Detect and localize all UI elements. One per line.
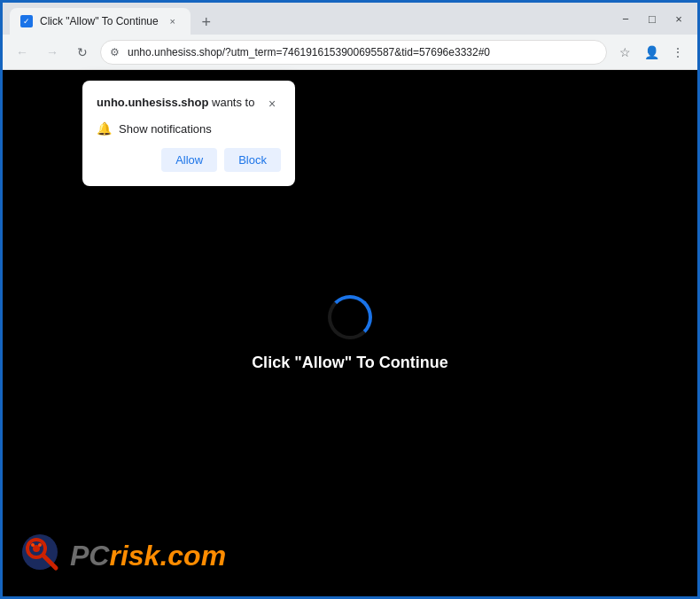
block-button[interactable]: Block — [224, 148, 281, 172]
popup-close-button[interactable]: × — [263, 95, 281, 113]
nav-extras: ☆ 👤 ⋮ — [612, 40, 690, 65]
popup-title: unho.unhesiss.shop wants to — [97, 95, 254, 111]
reload-button[interactable]: ↻ — [70, 40, 95, 65]
popup-header: unho.unhesiss.shop wants to × — [97, 95, 281, 113]
nav-bar: ← → ↻ ⚙ unho.unhesiss.shop/?utm_term=746… — [3, 35, 697, 70]
address-bar[interactable]: ⚙ unho.unhesiss.shop/?utm_term=746191615… — [100, 40, 607, 65]
tab-title: Click "Allow" To Continue — [40, 15, 159, 27]
title-bar: Click "Allow" To Continue × + − □ × — [3, 3, 697, 35]
svg-point-4 — [38, 543, 42, 547]
new-tab-button[interactable]: + — [194, 10, 219, 35]
back-button[interactable]: ← — [10, 40, 35, 65]
window-controls: − □ × — [614, 7, 690, 30]
allow-button[interactable]: Allow — [161, 148, 217, 172]
tab-favicon — [20, 15, 33, 27]
tab-area: Click "Allow" To Continue × + — [10, 3, 611, 35]
popup-wants-text: wants to — [208, 96, 254, 109]
forward-button[interactable]: → — [40, 40, 65, 65]
site-icon: ⚙ — [110, 46, 122, 58]
pcrisk-logo-icon — [20, 533, 66, 579]
page-content: unho.unhesiss.shop wants to × 🔔 Show not… — [3, 70, 697, 596]
popup-site-name: unho.unhesiss.shop — [97, 96, 208, 109]
minimize-button[interactable]: − — [614, 7, 637, 30]
pcrisk-watermark: PC risk.com — [20, 533, 226, 579]
popup-actions: Allow Block — [97, 148, 281, 172]
close-button[interactable]: × — [667, 7, 690, 30]
bookmark-button[interactable]: ☆ — [612, 40, 637, 65]
menu-button[interactable]: ⋮ — [665, 40, 690, 65]
profile-button[interactable]: 👤 — [639, 40, 664, 65]
svg-point-3 — [31, 543, 35, 547]
pcrisk-text-container: PC risk.com — [70, 540, 226, 572]
click-message: Click "Allow" To Continue — [252, 354, 448, 372]
notification-label: Show notifications — [119, 122, 212, 136]
risk-text: risk.com — [109, 540, 226, 572]
pc-text: PC — [70, 540, 109, 572]
bell-icon: 🔔 — [97, 121, 112, 136]
loading-spinner — [328, 295, 372, 339]
notification-popup: unho.unhesiss.shop wants to × 🔔 Show not… — [82, 81, 295, 186]
maximize-button[interactable]: □ — [641, 7, 664, 30]
url-text: unho.unhesiss.shop/?utm_term=74619161539… — [128, 46, 597, 58]
active-tab[interactable]: Click "Allow" To Continue × — [10, 8, 191, 35]
browser-frame: Click "Allow" To Continue × + − □ × ← → … — [3, 3, 697, 596]
spinner-container: Click "Allow" To Continue — [252, 295, 448, 372]
tab-close-button[interactable]: × — [166, 14, 180, 28]
notification-row: 🔔 Show notifications — [97, 121, 281, 136]
